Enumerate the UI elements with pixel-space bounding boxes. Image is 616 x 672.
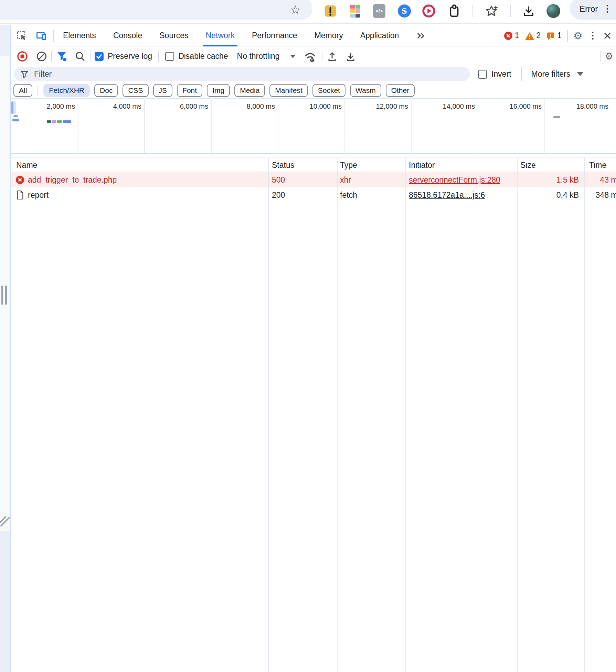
chip-divider	[38, 85, 38, 96]
chip-other[interactable]: Other	[386, 84, 415, 97]
filter-input[interactable]	[33, 69, 446, 79]
export-har-icon[interactable]	[345, 51, 356, 62]
chip-img[interactable]: Img	[207, 84, 230, 97]
address-bar[interactable]	[0, 0, 312, 20]
close-icon[interactable]	[603, 31, 612, 40]
timeline-gridline	[411, 100, 412, 153]
requests-table-header: Name Status Type Initiator Size Time	[11, 158, 616, 172]
chip-all[interactable]: All	[13, 84, 32, 97]
timeline-gridline	[278, 100, 278, 153]
column-resizer[interactable]	[268, 158, 269, 672]
disable-cache-label[interactable]: Disable cache	[178, 52, 228, 61]
tab-performance[interactable]: Performance	[252, 25, 297, 46]
tab-console[interactable]: Console	[113, 25, 142, 46]
disable-cache-checkbox[interactable]	[165, 52, 174, 61]
timeline-gridline	[78, 100, 78, 153]
request-type: fetch	[340, 187, 357, 203]
invert-checkbox[interactable]	[478, 70, 487, 79]
preserve-log-checkbox[interactable]	[95, 52, 104, 61]
initiator-link[interactable]: serverconnectForm.js:280	[409, 175, 500, 185]
preserve-log-label[interactable]: Preserve log	[108, 52, 152, 61]
chip-manifest[interactable]: Manifest	[269, 84, 308, 97]
more-filters-button[interactable]: More filters	[531, 69, 584, 79]
request-initiator: 86518.6172a1a....js:6	[409, 187, 485, 203]
invert-label[interactable]: Invert	[491, 69, 511, 79]
column-header-time[interactable]: Time	[589, 158, 606, 173]
import-har-icon[interactable]	[327, 51, 338, 62]
profile-error-button[interactable]: Error ⋮	[570, 0, 616, 20]
device-toolbar-icon[interactable]	[36, 30, 47, 41]
toolbar-divider	[322, 51, 322, 62]
network-conditions-icon[interactable]	[304, 51, 318, 62]
tab-elements[interactable]: Elements	[63, 25, 96, 46]
more-tabs-icon[interactable]	[416, 25, 426, 46]
chip-wasm[interactable]: Wasm	[350, 84, 381, 97]
warning-count-badge[interactable]: 2	[525, 31, 541, 40]
chevron-down-icon[interactable]	[290, 55, 296, 58]
column-header-size[interactable]: Size	[520, 158, 536, 173]
toolbar-divider	[472, 5, 472, 17]
column-header-name[interactable]: Name	[16, 158, 37, 173]
network-overview-timeline[interactable]: 2,000 ms 4,000 ms 6,000 ms 8,000 ms 10,0…	[11, 100, 616, 154]
inspect-element-icon[interactable]	[17, 30, 28, 41]
tab-sources[interactable]: Sources	[159, 25, 188, 46]
filter-icon[interactable]	[56, 51, 67, 62]
clear-icon[interactable]	[36, 51, 47, 62]
timeline-bar	[12, 119, 19, 121]
error-count-badge[interactable]: 1	[504, 31, 519, 40]
tab-network[interactable]: Network	[206, 25, 235, 46]
column-resizer[interactable]	[405, 158, 406, 672]
chip-js[interactable]: JS	[153, 84, 173, 97]
profile-avatar[interactable]	[546, 4, 560, 18]
column-header-type[interactable]: Type	[340, 158, 357, 173]
palette-extension-icon[interactable]	[348, 4, 362, 18]
timeline-tick-label: 8,000 ms	[247, 102, 275, 110]
devtools-menu-icon[interactable]: ⋮	[588, 31, 597, 40]
column-resizer[interactable]	[337, 158, 338, 672]
timeline-gridline	[544, 100, 545, 153]
request-type: xhr	[340, 172, 351, 187]
column-resizer[interactable]	[584, 158, 585, 672]
search-icon[interactable]	[75, 51, 86, 62]
settings-gear-icon[interactable]: ⚙	[573, 31, 583, 41]
code-extension-icon[interactable]: </>	[372, 4, 386, 18]
timeline-tick-label: 2,000 ms	[47, 102, 75, 110]
column-resizer[interactable]	[517, 158, 518, 672]
column-header-initiator[interactable]: Initiator	[409, 158, 435, 173]
network-toolbar: Preserve log Disable cache No throttling…	[11, 47, 616, 66]
table-row-add-trigger[interactable]: add_trigger_to_trade.php 500 xhr serverc…	[11, 172, 616, 187]
video-record-extension-icon[interactable]	[422, 4, 436, 18]
initiator-link[interactable]: 86518.6172a1a....js:6	[409, 191, 485, 200]
warning-icon	[525, 31, 534, 40]
chip-css[interactable]: CSS	[123, 84, 148, 97]
chip-fetch-xhr[interactable]: Fetch/XHR	[43, 84, 90, 97]
overview-selection-handle[interactable]	[11, 101, 13, 114]
network-settings-gear-icon[interactable]: ⚙	[605, 52, 613, 61]
notes-extension-icon[interactable]	[323, 4, 337, 18]
throttling-select[interactable]: No throttling	[237, 52, 280, 61]
toolbar-divider	[51, 51, 52, 62]
table-row-report[interactable]: report 200 fetch 86518.6172a1a....js:6 0…	[11, 187, 616, 203]
tab-application[interactable]: Application	[360, 25, 399, 46]
record-icon[interactable]	[17, 51, 28, 62]
issue-count-badge[interactable]: 1	[546, 31, 562, 40]
downloads-icon[interactable]	[522, 4, 535, 18]
chip-media[interactable]: Media	[234, 84, 265, 97]
issue-count: 1	[557, 31, 562, 40]
request-size: 1.5 kB	[517, 172, 582, 187]
browser-menu-icon[interactable]: ⋮	[603, 4, 612, 13]
bookmark-sparkle-icon[interactable]	[485, 4, 498, 18]
timeline-gridline	[211, 100, 212, 153]
request-name: report	[28, 187, 49, 203]
shazam-extension-icon[interactable]: S	[397, 4, 411, 18]
chip-font[interactable]: Font	[177, 84, 202, 97]
timeline-tick-label: 16,000 ms	[510, 102, 542, 110]
chip-socket[interactable]: Socket	[312, 84, 346, 97]
column-header-status[interactable]: Status	[272, 158, 294, 173]
clipboard-extension-icon[interactable]	[447, 4, 461, 18]
tab-memory[interactable]: Memory	[315, 25, 343, 46]
chip-doc[interactable]: Doc	[94, 84, 118, 97]
bookmark-star-icon[interactable]: ☆	[290, 3, 300, 17]
issues-icon	[546, 31, 555, 40]
timeline-gridline	[344, 100, 345, 153]
